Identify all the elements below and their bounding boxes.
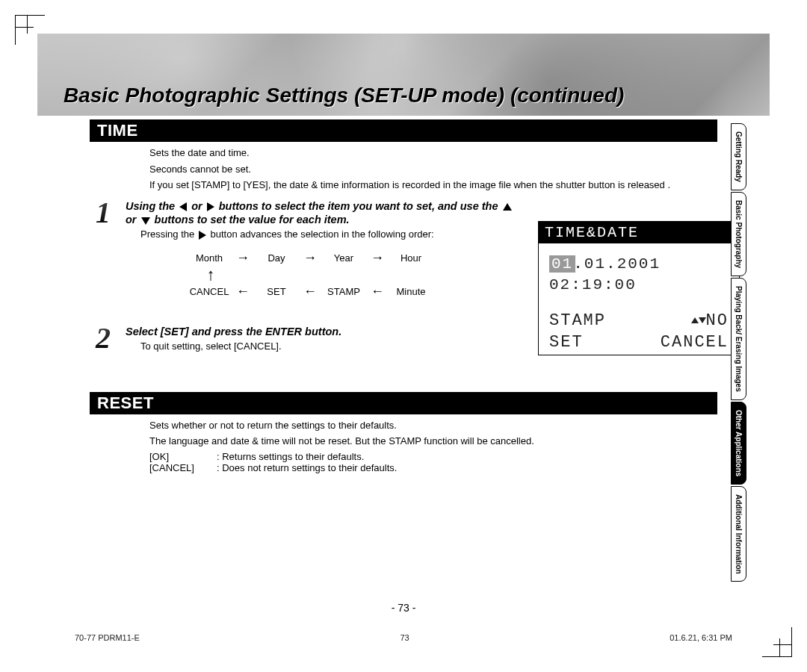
selection-flow: Month → Day → Year → Hour ↑ ↓ CANCE bbox=[185, 250, 514, 299]
lcd-stamp-value: NO bbox=[691, 310, 729, 332]
right-arrow-icon bbox=[207, 202, 214, 211]
right-arrow-icon bbox=[199, 231, 206, 240]
step-1-instruction: Using the or buttons to select the item … bbox=[126, 199, 514, 228]
reset-desc-2: The language and date & time will not be… bbox=[149, 435, 717, 448]
down-arrow-icon bbox=[141, 217, 150, 225]
flow-year: Year bbox=[320, 252, 368, 264]
flow-arrow-up-icon: ↑ bbox=[185, 268, 236, 281]
reset-ok-term: [OK] bbox=[149, 451, 217, 462]
reset-cancel-val: : Does not return settings to their defa… bbox=[217, 462, 397, 473]
lcd-time: 02:19:00 bbox=[549, 275, 729, 296]
step1-text-a: Using the bbox=[126, 200, 178, 212]
step1-text-c: buttons to select the item you want to s… bbox=[219, 200, 501, 212]
step-1-sub: Pressing the button advances the selecti… bbox=[140, 228, 514, 240]
page-number: - 73 - bbox=[0, 602, 807, 614]
sidebar-tabs: Getting Ready Basic Photography Playing … bbox=[731, 123, 762, 583]
flow-cancel: CANCEL bbox=[185, 286, 233, 297]
step1-sub-b: button advances the selection in the fol… bbox=[211, 228, 434, 240]
flow-day: Day bbox=[253, 252, 300, 264]
flow-arrow-icon: ← bbox=[236, 284, 250, 299]
step-1-number: 1 bbox=[90, 199, 117, 226]
reset-ok-row: [OK] : Returns settings to their default… bbox=[149, 451, 717, 462]
reset-heading: RESET bbox=[90, 392, 717, 414]
reset-desc-1: Sets whether or not to return the settin… bbox=[149, 419, 717, 432]
flow-arrow-icon: ← bbox=[371, 284, 384, 299]
reset-cancel-row: [CANCEL] : Does not return settings to t… bbox=[149, 462, 717, 473]
up-triangle-icon bbox=[691, 317, 699, 323]
footer: 70-77 PDRM11-E 73 01.6.21, 6:31 PM bbox=[75, 633, 732, 642]
step1-sub-a: Pressing the bbox=[140, 228, 197, 240]
tab-other-applications[interactable]: Other Applications bbox=[731, 402, 746, 485]
crop-mark-bottom-right bbox=[762, 627, 792, 657]
time-desc-1: Sets the date and time. bbox=[149, 146, 717, 160]
flow-arrow-icon: → bbox=[371, 250, 384, 266]
flow-stamp: STAMP bbox=[320, 286, 368, 297]
step1-text-b: or bbox=[191, 200, 205, 212]
time-heading: TIME bbox=[90, 119, 717, 142]
time-desc-3: If you set [STAMP] to [YES], the date & … bbox=[149, 178, 717, 192]
footer-right: 01.6.21, 6:31 PM bbox=[670, 633, 732, 642]
lcd-cancel: CANCEL bbox=[661, 332, 729, 354]
footer-center: 73 bbox=[400, 633, 409, 642]
reset-ok-val: : Returns settings to their defaults. bbox=[217, 451, 364, 462]
lcd-set: SET bbox=[549, 332, 584, 354]
lcd-stamp-label: STAMP bbox=[549, 310, 606, 332]
flow-minute: Minute bbox=[387, 286, 435, 297]
flow-arrow-icon: → bbox=[236, 250, 250, 266]
lcd-screen: TIME&DATE 01.01.2001 02:19:00 STAMP NO S… bbox=[538, 221, 740, 355]
lcd-title: TIME&DATE bbox=[539, 222, 739, 243]
tab-basic-photography[interactable]: Basic Photography bbox=[731, 192, 746, 276]
footer-left: 70-77 PDRM11-E bbox=[75, 633, 140, 642]
flow-month: Month bbox=[185, 252, 233, 264]
reset-cancel-term: [CANCEL] bbox=[149, 462, 217, 473]
step1-text-e: buttons to set the value for each item. bbox=[155, 214, 350, 225]
down-triangle-icon bbox=[699, 317, 706, 323]
left-arrow-icon bbox=[179, 202, 187, 211]
flow-set: SET bbox=[253, 286, 300, 297]
lcd-month-highlight: 01 bbox=[549, 255, 575, 273]
tab-getting-ready[interactable]: Getting Ready bbox=[731, 123, 746, 190]
up-arrow-icon bbox=[503, 203, 512, 211]
page-title: Basic Photographic Settings (SET-UP mode… bbox=[64, 84, 624, 108]
flow-arrow-icon: ← bbox=[303, 284, 317, 299]
time-desc-2: Seconds cannot be set. bbox=[149, 163, 717, 176]
flow-hour: Hour bbox=[387, 252, 435, 264]
tab-playing-back[interactable]: Playing Back/ Erasing Images bbox=[731, 278, 746, 400]
step-2-number: 2 bbox=[90, 325, 117, 352]
lcd-stamp-no: NO bbox=[706, 311, 729, 330]
flow-arrow-icon: → bbox=[303, 250, 317, 266]
tab-additional-information[interactable]: Additional Information bbox=[731, 486, 746, 582]
step1-text-d: or bbox=[126, 214, 140, 225]
lcd-date: 01.01.2001 bbox=[549, 254, 729, 275]
lcd-rest-date: .01.2001 bbox=[573, 255, 661, 273]
